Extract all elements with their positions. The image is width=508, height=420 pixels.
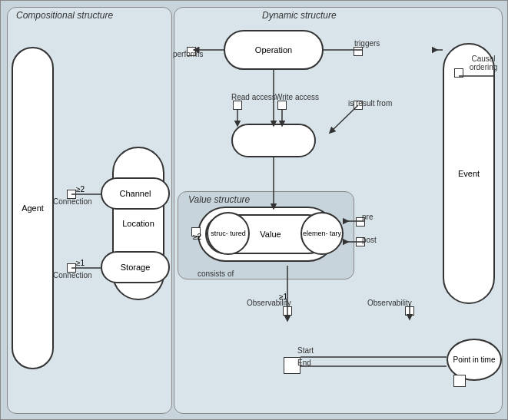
consists-of-label: consists of <box>198 270 234 278</box>
write-access-label: Write access <box>275 93 319 101</box>
point-time-small-sq <box>453 375 466 387</box>
elementary-circle: elemen- tary <box>300 212 344 255</box>
triggers-sq <box>354 47 363 56</box>
is-result-from-label: is result from <box>348 99 392 107</box>
agent-node: Agent <box>12 47 54 369</box>
triggers-label: triggers <box>354 39 380 48</box>
dynamic-label: Dynamic structure <box>262 10 337 21</box>
middle-pill <box>231 124 316 157</box>
event-node: Event <box>443 43 495 304</box>
pre-label: pre <box>362 213 373 221</box>
end-label: End <box>297 359 311 367</box>
causal-ordering-label: Causal ordering <box>460 55 507 71</box>
ge2-channel-label: ≥2 <box>76 185 85 193</box>
ge2-value-label: ≥2 <box>193 233 201 241</box>
read-access-sq <box>233 101 242 110</box>
obs2-label: Observability <box>367 299 412 307</box>
channel-node: Channel <box>101 177 170 210</box>
connection1-label: Connection <box>53 197 92 206</box>
ge1-obs-label: ≥1 <box>279 293 287 301</box>
obs1-sq <box>283 306 292 316</box>
post-label: post <box>362 236 377 244</box>
structured-circle: struc- tured <box>207 212 250 255</box>
read-access-label: Read access <box>231 93 276 101</box>
obs2-sq <box>405 306 414 316</box>
ge1-storage-label: ≥1 <box>76 259 85 267</box>
value-label: Value structure <box>188 194 250 205</box>
performs-label: performs <box>173 50 203 58</box>
write-access-sq <box>277 101 287 110</box>
storage-node: Storage <box>101 251 170 283</box>
diagram-container: Compositional structure Dynamic structur… <box>0 0 508 420</box>
connection2-label: Connection <box>53 271 92 279</box>
start-label: Start <box>297 346 314 355</box>
operation-node: Operation <box>224 30 324 70</box>
compositional-label: Compositional structure <box>16 10 113 21</box>
